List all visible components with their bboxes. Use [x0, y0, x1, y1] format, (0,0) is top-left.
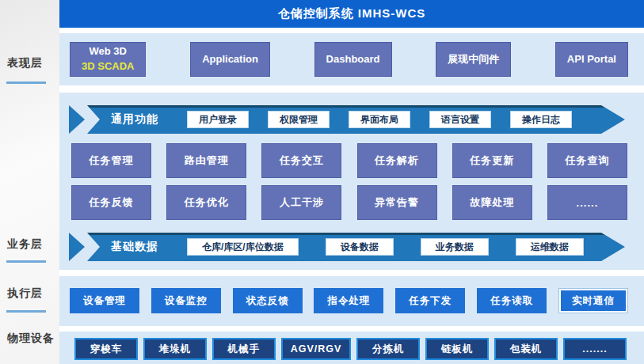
- module-equipment-monitoring: 设备监控: [151, 288, 221, 313]
- module-label-line1: Web 3D: [90, 44, 127, 59]
- module-task-update: 任务更新: [452, 143, 532, 178]
- module-fault-handling: 故障处理: [452, 185, 532, 220]
- chip-business-data: 业务数据: [421, 238, 489, 256]
- wcs-architecture-diagram: 表现层 业务层 执行层 物理设备 仓储控制系统 IMHS-WCS Web 3D …: [0, 0, 644, 364]
- module-task-read: 任务读取: [477, 288, 547, 313]
- module-task-mgmt: 任务管理: [71, 143, 151, 178]
- device-box-row: 穿梭车 堆垛机 机械手 AGV/RGV 分拣机 链板机 包装机 .......: [59, 338, 644, 360]
- device-stacker-crane: 堆垛机: [143, 338, 207, 360]
- layer-gutter: 表现层 业务层 执行层 物理设备: [0, 0, 59, 364]
- arrow-body: 通用功能 用户登录 权限管理 界面布局 语言设置 操作日志: [87, 105, 625, 134]
- device-packer: 包装机: [494, 338, 558, 360]
- arrow-label: 通用功能: [111, 112, 158, 127]
- common-function-chip-row: 用户登录 权限管理 界面布局 语言设置 操作日志: [187, 111, 572, 128]
- presentation-box-row: Web 3D 3D SCADA Application Dashboard 展现…: [59, 42, 644, 77]
- chip-warehouse-zone-location-data: 仓库/库区/库位数据: [187, 238, 299, 256]
- module-task-dispatch: 任务下发: [395, 288, 465, 313]
- physical-devices-band: 穿梭车 堆垛机 机械手 AGV/RGV 分拣机 链板机 包装机 .......: [59, 332, 644, 364]
- system-title: 仓储控制系统 IMHS-WCS: [278, 6, 426, 21]
- device-shuttle-car: 穿梭车: [74, 338, 138, 360]
- arrow-label: 基础数据: [111, 240, 158, 254]
- system-title-bar: 仓储控制系统 IMHS-WCS: [59, 0, 644, 28]
- layer-underline: [6, 310, 46, 313]
- chip-ops-data: 运维数据: [516, 238, 584, 256]
- arrow-tail-chevron-icon: [69, 105, 85, 134]
- module-route-mgmt: 路由管理: [166, 143, 246, 178]
- device-ellipsis: .......: [563, 338, 627, 360]
- chip-operation-log: 操作日志: [510, 111, 572, 128]
- arrow-body: 基础数据 仓库/库区/库位数据 设备数据 业务数据 运维数据: [87, 233, 625, 261]
- module-presentation-middleware: 展现中间件: [436, 42, 511, 77]
- base-data-chip-row: 仓库/库区/库位数据 设备数据 业务数据 运维数据: [187, 238, 584, 256]
- module-api-portal: API Portal: [555, 42, 628, 77]
- module-task-optimization: 任务优化: [166, 185, 246, 220]
- chip-language-settings: 语言设置: [429, 111, 491, 128]
- layer-underline: [6, 82, 46, 84]
- chip-ui-layout: 界面布局: [349, 111, 410, 128]
- module-ellipsis: ......: [547, 185, 627, 220]
- device-sorter: 分拣机: [356, 338, 420, 360]
- presentation-layer-band: Web 3D 3D SCADA Application Dashboard 展现…: [59, 33, 644, 85]
- execution-layer-band: 设备管理 设备监控 状态反馈 指令处理 任务下发 任务读取 实时通信: [59, 276, 644, 326]
- module-task-interaction: 任务交互: [261, 143, 341, 178]
- module-manual-intervention: 人工干涉: [261, 185, 341, 220]
- chip-permission-mgmt: 权限管理: [268, 111, 330, 128]
- layer-label-devices: 物理设备: [7, 332, 59, 346]
- module-command-processing: 指令处理: [314, 288, 383, 313]
- module-realtime-comm: 实时通信: [558, 288, 628, 313]
- execution-box-row: 设备管理 设备监控 状态反馈 指令处理 任务下发 任务读取 实时通信: [59, 288, 644, 313]
- layer-label-business: 业务层: [7, 237, 59, 252]
- module-label-line2: 3D SCADA: [82, 59, 134, 74]
- chip-equipment-data: 设备数据: [326, 238, 394, 256]
- task-grid-row-1: 任务管理 路由管理 任务交互 任务解析 任务更新 任务查询: [59, 143, 644, 178]
- diagram-content: 仓储控制系统 IMHS-WCS Web 3D 3D SCADA Applicat…: [59, 0, 644, 364]
- business-layer-band: 通用功能 用户登录 权限管理 界面布局 语言设置 操作日志 任务管理 路由管理 …: [59, 93, 644, 270]
- layer-label-execution: 执行层: [7, 286, 59, 301]
- module-task-query: 任务查询: [547, 143, 627, 178]
- common-functions-arrow: 通用功能 用户登录 权限管理 界面布局 语言设置 操作日志: [69, 105, 625, 134]
- device-agv-rgv: AGV/RGV: [281, 338, 352, 360]
- task-grid-row-2: 任务反馈 任务优化 人工干涉 异常告警 故障处理 ......: [59, 185, 644, 220]
- device-robot-arm: 机械手: [212, 338, 276, 360]
- module-exception-alarm: 异常告警: [357, 185, 437, 220]
- device-chain-conveyor: 链板机: [425, 338, 489, 360]
- module-dashboard: Dashboard: [314, 42, 392, 77]
- base-data-arrow: 基础数据 仓库/库区/库位数据 设备数据 业务数据 运维数据: [69, 233, 625, 261]
- module-status-feedback: 状态反馈: [233, 288, 303, 313]
- arrow-tail-chevron-icon: [69, 233, 85, 261]
- module-equipment-mgmt: 设备管理: [70, 288, 139, 313]
- layer-underline: [6, 260, 46, 263]
- chip-user-login: 用户登录: [187, 111, 249, 128]
- module-task-parsing: 任务解析: [357, 143, 437, 178]
- module-web3d-scada: Web 3D 3D SCADA: [70, 42, 146, 77]
- module-task-feedback: 任务反馈: [71, 185, 151, 220]
- layer-label-presentation: 表现层: [7, 56, 59, 70]
- module-application: Application: [190, 42, 270, 77]
